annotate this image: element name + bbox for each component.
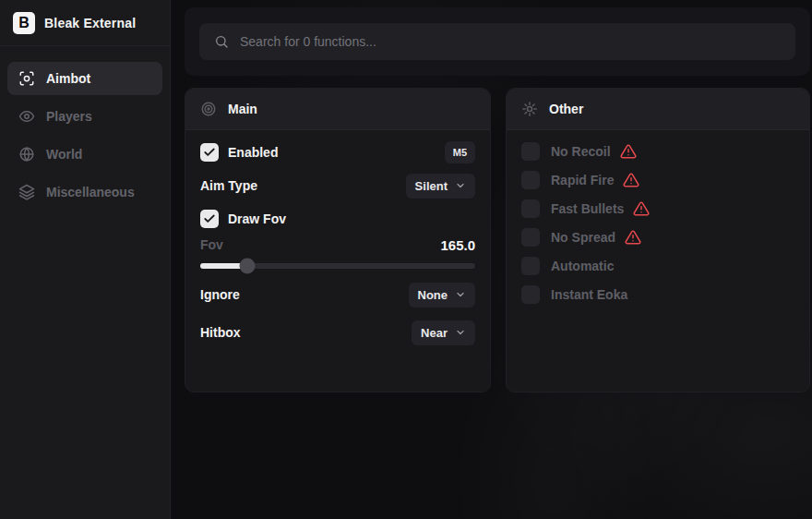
fov-slider[interactable]: [200, 260, 475, 272]
sidebar-item-label: World: [46, 147, 82, 162]
globe-icon: [18, 146, 35, 163]
ignore-value: None: [418, 288, 448, 302]
search-section: [185, 7, 810, 76]
hitbox-label: Hitbox: [200, 325, 241, 340]
automatic-checkbox[interactable]: [521, 257, 540, 275]
enabled-row: Enabled M5: [200, 139, 475, 165]
hitbox-value: Near: [421, 326, 448, 340]
ignore-dropdown[interactable]: None: [409, 283, 476, 308]
rapid-fire-label: Rapid Fire: [551, 173, 614, 187]
chevron-down-icon: [455, 289, 466, 300]
fov-slider-thumb[interactable]: [239, 259, 255, 274]
enabled-checkbox[interactable]: [200, 143, 219, 162]
sidebar-item-players[interactable]: Players: [7, 100, 162, 133]
ignore-row: Ignore None: [200, 282, 475, 308]
main-content: Main Enabled M5 Aim Type Silent: [172, 0, 812, 519]
other-row-fast-bullets: Fast Bullets: [521, 199, 794, 218]
chevron-down-icon: [455, 180, 466, 191]
app-title: Bleak External: [44, 16, 136, 30]
draw-fov-checkbox[interactable]: [200, 210, 219, 228]
app-logo-icon: B: [13, 12, 35, 34]
sidebar-item-world[interactable]: World: [7, 138, 162, 171]
eye-icon: [18, 108, 35, 125]
sidebar-item-label: Players: [46, 109, 92, 124]
other-row-instant-eoka: Instant Eoka: [521, 285, 794, 304]
hitbox-dropdown[interactable]: Near: [412, 320, 475, 345]
sidebar-item-label: Aimbot: [46, 71, 90, 86]
check-icon: [203, 212, 216, 225]
fast-bullets-label: Fast Bullets: [551, 201, 624, 216]
main-panel-title: Main: [228, 102, 257, 116]
rapid-fire-checkbox[interactable]: [521, 171, 540, 189]
no-spread-checkbox[interactable]: [521, 228, 540, 247]
instant-eoka-checkbox[interactable]: [521, 285, 540, 304]
chevron-down-icon: [455, 327, 466, 338]
warning-triangle-icon: [620, 143, 637, 160]
fov-label: Fov: [200, 237, 223, 252]
sidebar-item-aimbot[interactable]: Aimbot: [7, 62, 162, 95]
draw-fov-label: Draw Fov: [228, 211, 286, 226]
app-logo-row: B Bleak External: [0, 0, 170, 46]
automatic-label: Automatic: [551, 259, 614, 273]
search-icon: [214, 34, 229, 49]
other-row-rapid-fire: Rapid Fire: [521, 171, 794, 189]
other-panel-header: Other: [507, 89, 809, 130]
layers-icon: [18, 184, 35, 200]
main-panel: Main Enabled M5 Aim Type Silent: [185, 88, 491, 392]
no-recoil-label: No Recoil: [551, 144, 611, 159]
crosshair-focus-icon: [18, 70, 35, 87]
other-panel-title: Other: [549, 102, 583, 116]
other-panel: Other No Recoil Rapid Fire: [506, 88, 810, 392]
warning-triangle-icon: [625, 229, 641, 246]
other-panel-body: No Recoil Rapid Fire: [507, 130, 809, 304]
sidebar-nav: Aimbot Players World: [0, 46, 170, 209]
search-box[interactable]: [199, 23, 795, 60]
check-icon: [203, 146, 216, 159]
hitbox-row: Hitbox Near: [200, 320, 475, 345]
enabled-keybind-badge[interactable]: M5: [445, 141, 475, 163]
gear-icon: [521, 101, 538, 117]
instant-eoka-label: Instant Eoka: [551, 287, 627, 302]
main-panel-header: Main: [185, 89, 490, 130]
aim-type-row: Aim Type Silent: [200, 173, 475, 199]
sidebar-item-label: Miscellaneous: [46, 185, 135, 199]
target-icon: [200, 101, 217, 117]
sidebar: B Bleak External Aimbot Players: [0, 0, 171, 519]
aim-type-dropdown[interactable]: Silent: [406, 174, 475, 199]
fov-row: Fov 165.0: [200, 235, 475, 254]
fov-value: 165.0: [440, 237, 475, 253]
ignore-label: Ignore: [200, 287, 240, 302]
enabled-label: Enabled: [228, 145, 278, 160]
no-spread-label: No Spread: [551, 230, 615, 245]
warning-triangle-icon: [633, 200, 650, 217]
aim-type-value: Silent: [415, 179, 448, 193]
draw-fov-row: Draw Fov: [200, 206, 475, 232]
sidebar-item-miscellaneous[interactable]: Miscellaneous: [7, 175, 162, 209]
no-recoil-checkbox[interactable]: [521, 142, 540, 161]
search-input[interactable]: [240, 34, 781, 49]
fast-bullets-checkbox[interactable]: [521, 199, 540, 218]
other-row-no-spread: No Spread: [521, 228, 794, 247]
main-panel-body: Enabled M5 Aim Type Silent: [185, 130, 490, 345]
other-row-automatic: Automatic: [521, 257, 794, 275]
other-row-no-recoil: No Recoil: [521, 142, 794, 161]
aim-type-label: Aim Type: [200, 178, 257, 193]
warning-triangle-icon: [623, 172, 639, 188]
panels-row: Main Enabled M5 Aim Type Silent: [185, 88, 812, 392]
